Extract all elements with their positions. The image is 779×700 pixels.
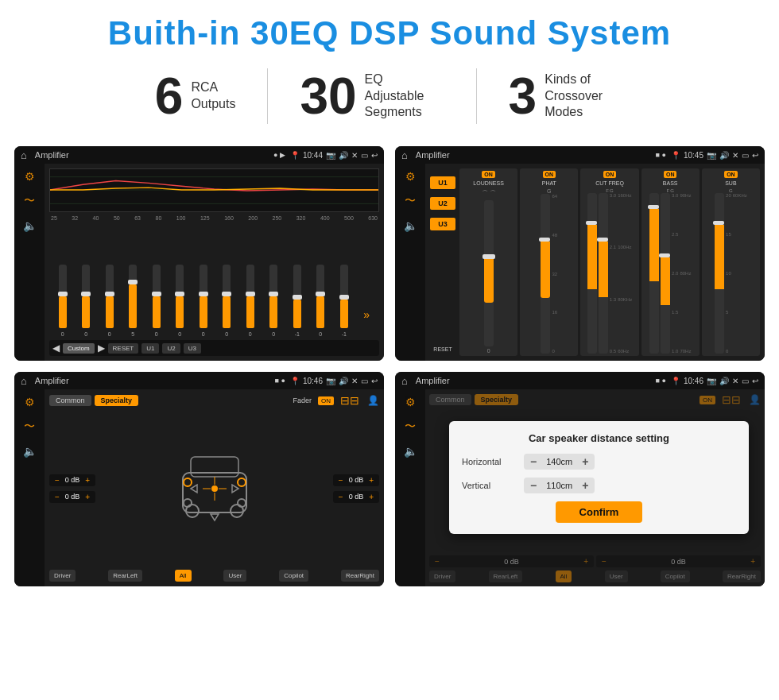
vertical-row: Vertical − 110cm + [462, 478, 736, 493]
play-btn[interactable]: ▶ [98, 342, 105, 354]
specialty-tab-br[interactable]: Specialty [475, 394, 519, 405]
db-plus-tl[interactable]: + [83, 476, 92, 485]
db-plus-br-l[interactable]: + [581, 557, 591, 566]
db-minus-br-l[interactable]: − [432, 557, 442, 566]
eq-sliders-row: 0 0 [49, 224, 379, 337]
db-plus-br-r[interactable]: + [748, 557, 758, 566]
ch-loudness-header: ON [482, 171, 495, 178]
fader-bottom: Driver RearLeft All User Copilot RearRig… [49, 570, 379, 582]
user-btn-bl[interactable]: User [223, 570, 246, 582]
curve1[interactable]: ⌒ [482, 189, 488, 198]
eq-graph [49, 168, 379, 212]
on-toggle-br[interactable]: ON [700, 396, 715, 404]
eq-icon[interactable]: ⚙ [25, 170, 35, 183]
specialty-tab-bl[interactable]: Specialty [95, 395, 139, 406]
rearright-btn-br[interactable]: RearRight [723, 570, 761, 582]
volume-icon: 🔊 [339, 151, 348, 160]
volume-icon-br: 🔊 [719, 377, 729, 385]
horizontal-row: Horizontal − 140cm + [462, 454, 736, 470]
horizontal-minus-btn[interactable]: − [530, 456, 537, 467]
x-icon: ✕ [351, 151, 358, 160]
rearleft-btn-br[interactable]: RearLeft [489, 570, 523, 582]
u3-btn[interactable]: U3 [184, 343, 201, 354]
speaker-icon-tr[interactable]: 🔈 [404, 219, 417, 232]
eq-icon-br[interactable]: ⚙ [405, 396, 416, 408]
stat-eq-number: 30 [300, 71, 356, 122]
svg-marker-17 [232, 485, 238, 493]
reset-crossover[interactable]: RESET [430, 346, 455, 356]
crossover-main: U1 U2 U3 RESET ON LOUDNESS [425, 164, 765, 361]
eq-icon-tr[interactable]: ⚙ [405, 170, 416, 183]
bass-scale: 3.02.52.01.51.0 [672, 193, 678, 354]
u1-crossover-btn[interactable]: U1 [430, 176, 455, 189]
curve2[interactable]: ⌒ [490, 189, 496, 198]
vertical-minus-btn[interactable]: − [530, 480, 537, 491]
rearleft-btn-bl[interactable]: RearLeft [108, 570, 142, 582]
bass-on-badge[interactable]: ON [664, 171, 677, 178]
all-btn-bl[interactable]: All [175, 570, 192, 582]
wave-icon-tr[interactable]: 〜 [405, 194, 416, 208]
wave-icon-br[interactable]: 〜 [405, 420, 416, 434]
horizontal-plus-btn[interactable]: + [582, 456, 588, 467]
ch-loudness: ON LOUDNESS ⌒ ⌒ 0 [459, 168, 517, 356]
fader-on-toggle[interactable]: ON [318, 396, 334, 405]
db-plus-tr[interactable]: + [366, 476, 376, 485]
rearright-btn-bl[interactable]: RearRight [341, 570, 379, 582]
u2-crossover-btn[interactable]: U2 [430, 197, 455, 210]
reset-btn[interactable]: RESET [108, 343, 139, 354]
driver-btn-br[interactable]: Driver [429, 570, 455, 582]
loudness-slider[interactable] [484, 200, 494, 346]
u2-btn[interactable]: U2 [162, 343, 180, 354]
eq-freq-labels: 2532405063 80100125160200 25032040050063… [49, 215, 379, 221]
db-val-tr: 0 dB [349, 476, 364, 484]
db-minus-bl[interactable]: − [52, 493, 62, 501]
wave-icon[interactable]: 〜 [24, 194, 35, 208]
speaker-icon-bl[interactable]: 🔈 [23, 445, 37, 458]
u1-btn[interactable]: U1 [141, 343, 159, 354]
copilot-btn-bl[interactable]: Copilot [279, 570, 308, 582]
bass-slider-f[interactable] [649, 193, 659, 354]
db-minus-br[interactable]: − [336, 493, 346, 501]
prev-btn[interactable]: ◀ [52, 342, 60, 354]
bass-slider-g[interactable] [661, 193, 670, 354]
db-minus-tr[interactable]: − [336, 476, 346, 485]
db-plus-br[interactable]: + [366, 493, 376, 501]
sub-slider[interactable] [715, 193, 724, 354]
cutfreq-on-badge[interactable]: ON [603, 171, 617, 178]
phat-on-badge[interactable]: ON [543, 171, 556, 178]
vertical-plus-btn[interactable]: + [582, 480, 588, 491]
driver-btn-bl[interactable]: Driver [49, 570, 76, 582]
screen-body-bl: ⚙ 〜 🔈 Common Specialty Fader ON ⊟⊟ 👤 [14, 389, 384, 586]
fader-sliders-icon-br: ⊟⊟ [722, 393, 741, 406]
next-icon[interactable]: » [363, 308, 370, 337]
u3-crossover-btn[interactable]: U3 [430, 218, 455, 230]
all-btn-br[interactable]: All [556, 570, 572, 582]
screen-body-tr: ⚙ 〜 🔈 U1 U2 U3 RESET [395, 164, 765, 361]
phat-slider-1[interactable] [541, 194, 550, 354]
confirm-button[interactable]: Confirm [556, 501, 643, 523]
vertical-value: 110cm [541, 481, 577, 490]
loudness-on-badge[interactable]: ON [482, 171, 495, 178]
battery-icon-tr: ▭ [742, 151, 749, 160]
speaker-icon[interactable]: 🔈 [23, 219, 37, 232]
common-tab-bl[interactable]: Common [49, 395, 91, 406]
status-bar-tl: ⌂ Amplifier ● ▶ 📍 10:44 📷 🔊 ✕ ▭ ↩ [14, 146, 384, 164]
user-btn-br[interactable]: User [605, 570, 628, 582]
home-icon-tr: ⌂ [401, 149, 408, 161]
db-plus-bl[interactable]: + [83, 493, 92, 501]
screen-distance: ⌂ Amplifier ■ ● 📍 10:46 📷 🔊 ✕ ▭ ↩ ⚙ 〜 🔈 [395, 372, 765, 586]
common-tab-br[interactable]: Common [429, 394, 471, 405]
db-minus-br-r[interactable]: − [599, 557, 609, 566]
camera-icon-bl: 📷 [326, 377, 335, 385]
sub-on-badge[interactable]: ON [724, 171, 738, 178]
eq-icon-bl[interactable]: ⚙ [25, 396, 35, 408]
speaker-icon-br[interactable]: 🔈 [404, 445, 417, 458]
custom-preset-btn[interactable]: Custom [63, 343, 95, 354]
copilot-btn-br[interactable]: Copilot [661, 570, 690, 582]
wave-icon-bl[interactable]: 〜 [24, 420, 35, 434]
cutfreq-slider-g[interactable] [599, 193, 608, 354]
db-minus-tl[interactable]: − [52, 476, 62, 485]
status-bar-br: ⌂ Amplifier ■ ● 📍 10:46 📷 🔊 ✕ ▭ ↩ [395, 372, 765, 389]
cutfreq-slider-f[interactable] [587, 193, 597, 354]
fader-tab-row-br: Common Specialty ON ⊟⊟ 👤 [429, 393, 761, 406]
